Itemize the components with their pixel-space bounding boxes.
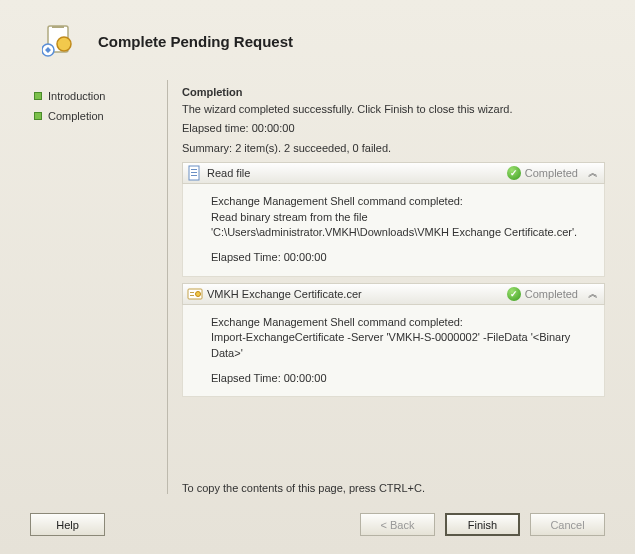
help-button[interactable]: Help: [30, 513, 105, 536]
task-header[interactable]: VMKH Exchange Certificate.cer Completed …: [182, 283, 605, 305]
sidebar-item-label: Completion: [48, 110, 104, 122]
wizard-header: Complete Pending Request: [0, 0, 635, 76]
page-title: Complete Pending Request: [98, 33, 293, 50]
sidebar-item-introduction[interactable]: Introduction: [30, 86, 167, 106]
svg-rect-5: [191, 169, 197, 170]
task-status: Completed: [525, 288, 578, 300]
svg-rect-10: [190, 292, 194, 293]
svg-rect-1: [52, 26, 64, 28]
file-icon: [187, 165, 203, 181]
task-status: Completed: [525, 167, 578, 179]
sidebar-item-completion[interactable]: Completion: [30, 106, 167, 126]
task-title: VMKH Exchange Certificate.cer: [207, 288, 507, 300]
svg-rect-7: [191, 175, 197, 176]
task-line1: Exchange Management Shell command comple…: [211, 315, 594, 330]
cancel-button: Cancel: [530, 513, 605, 536]
task-elapsed: Elapsed Time: 00:00:00: [211, 371, 594, 386]
svg-rect-6: [191, 172, 197, 173]
wizard-icon: [42, 22, 80, 60]
certificate-icon: [187, 286, 203, 302]
task-elapsed: Elapsed Time: 00:00:00: [211, 250, 594, 265]
wizard-sidebar: Introduction Completion: [30, 80, 168, 494]
button-bar: Help < Back Finish Cancel: [0, 513, 635, 536]
svg-point-9: [196, 291, 201, 296]
task-line2: Read binary stream from the file 'C:\Use…: [211, 210, 594, 241]
summary-text: Summary: 2 item(s). 2 succeeded, 0 faile…: [182, 141, 605, 156]
elapsed-time: Elapsed time: 00:00:00: [182, 121, 605, 136]
task-body: Exchange Management Shell command comple…: [182, 305, 605, 398]
wizard-success-text: The wizard completed successfully. Click…: [182, 102, 605, 117]
content-heading: Completion: [182, 86, 605, 98]
finish-button[interactable]: Finish: [445, 513, 520, 536]
collapse-icon[interactable]: ︽: [588, 166, 596, 180]
task-cert-file: VMKH Exchange Certificate.cer Completed …: [182, 283, 605, 398]
step-bullet-icon: [34, 112, 42, 120]
task-line1: Exchange Management Shell command comple…: [211, 194, 594, 209]
task-read-file: Read file Completed ︽ Exchange Managemen…: [182, 162, 605, 277]
sidebar-item-label: Introduction: [48, 90, 105, 102]
task-title: Read file: [207, 167, 507, 179]
step-bullet-icon: [34, 92, 42, 100]
svg-point-2: [57, 37, 71, 51]
task-line2: Import-ExchangeCertificate -Server 'VMKH…: [211, 330, 594, 361]
copy-hint: To copy the contents of this page, press…: [182, 482, 425, 494]
check-icon: [507, 166, 521, 180]
collapse-icon[interactable]: ︽: [588, 287, 596, 301]
back-button: < Back: [360, 513, 435, 536]
svg-rect-11: [190, 295, 194, 296]
main-area: Introduction Completion Completion The w…: [30, 80, 605, 494]
check-icon: [507, 287, 521, 301]
content-pane: Completion The wizard completed successf…: [168, 80, 605, 494]
task-header[interactable]: Read file Completed ︽: [182, 162, 605, 184]
task-body: Exchange Management Shell command comple…: [182, 184, 605, 277]
